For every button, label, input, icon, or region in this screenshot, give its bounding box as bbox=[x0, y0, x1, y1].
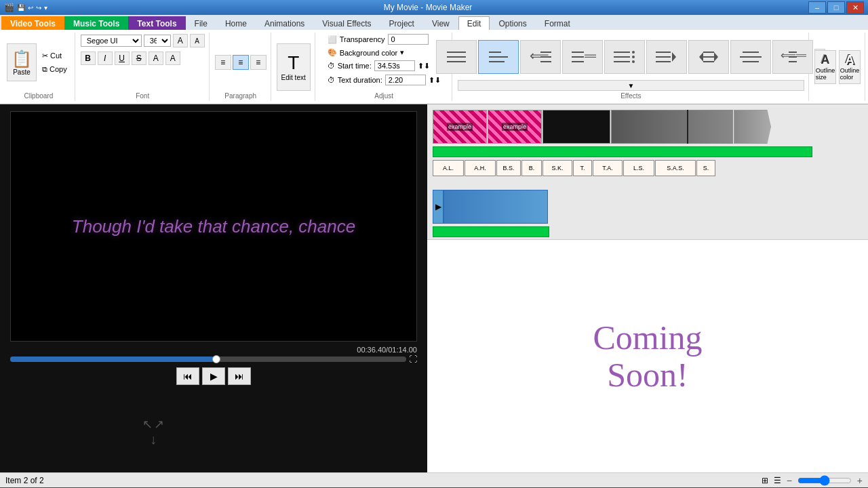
tab-text-tools[interactable]: Text Tools bbox=[128, 16, 185, 30]
sub-clip-3[interactable]: B.S. bbox=[496, 160, 521, 176]
zoom-slider[interactable] bbox=[797, 475, 852, 486]
sub-clip-5[interactable]: S.K. bbox=[542, 160, 572, 176]
arrow-right: ↗ bbox=[154, 417, 164, 432]
video-clip-1[interactable]: example bbox=[433, 110, 487, 144]
outline-color-button[interactable]: A Outline color bbox=[839, 50, 861, 84]
video-preview: Though I'd take that chance, chance 00:3… bbox=[0, 104, 427, 472]
sub-clip-10[interactable]: S. bbox=[696, 160, 715, 176]
tab-options[interactable]: Options bbox=[490, 16, 535, 30]
effect-center[interactable] bbox=[730, 40, 771, 74]
effect-slide-right[interactable]: ⟹ bbox=[562, 40, 603, 74]
fullscreen-button[interactable]: ⛶ bbox=[409, 354, 417, 364]
effect-dots[interactable] bbox=[604, 40, 645, 74]
tab-edit[interactable]: Edit bbox=[458, 16, 490, 30]
align-left-button[interactable]: ≡ bbox=[215, 55, 231, 70]
video-clip-2[interactable]: example bbox=[488, 110, 542, 144]
time-display: 00:36.40/01:14.00 bbox=[10, 346, 417, 354]
transparency-row: ⬜ Transparency bbox=[328, 34, 429, 45]
font-shadow-button[interactable]: A bbox=[165, 52, 180, 65]
mini-audio-track bbox=[433, 226, 863, 237]
font-shrink-button[interactable]: A bbox=[190, 34, 205, 47]
maximize-button[interactable]: □ bbox=[827, 1, 845, 14]
start-time-input[interactable] bbox=[374, 60, 415, 71]
transparency-input[interactable] bbox=[388, 34, 429, 45]
effect-none[interactable] bbox=[436, 40, 477, 74]
underline-button[interactable]: U bbox=[115, 52, 130, 65]
svg-text:⟸: ⟸ bbox=[781, 49, 796, 61]
tab-format[interactable]: Format bbox=[536, 16, 579, 30]
video-clip-4[interactable] bbox=[611, 110, 733, 144]
outline-size-button[interactable]: A Outline size bbox=[814, 50, 836, 84]
zoom-in-button[interactable]: + bbox=[857, 475, 863, 486]
tab-video-tools[interactable]: Video Tools bbox=[1, 16, 64, 30]
edit-text-content: T Edit text bbox=[277, 34, 311, 100]
app-icon: 🎬 bbox=[4, 3, 14, 12]
view-switch-icon[interactable]: ⊞ bbox=[762, 476, 768, 485]
tab-project[interactable]: Project bbox=[380, 16, 423, 30]
view-list-icon[interactable]: ☰ bbox=[774, 476, 781, 485]
sub-clip-7[interactable]: T.A. bbox=[593, 160, 623, 176]
font-size-select[interactable]: 36 bbox=[144, 35, 171, 47]
timeline-bar[interactable] bbox=[10, 357, 406, 362]
align-right-button[interactable]: ≡ bbox=[250, 55, 267, 70]
mini-video-clip[interactable]: ▶ bbox=[433, 190, 548, 224]
tab-animations[interactable]: Animations bbox=[256, 16, 313, 30]
effect-right-arrow[interactable] bbox=[646, 40, 687, 74]
clip-label-1: example bbox=[447, 123, 473, 131]
sub-clip-9[interactable]: S.A.S. bbox=[655, 160, 696, 176]
storyboard-indicator: ↖ ↗ ↓ bbox=[142, 417, 164, 447]
zoom-out-button[interactable]: − bbox=[787, 475, 792, 486]
cut-button[interactable]: ✂ Cut bbox=[39, 49, 71, 62]
play-button[interactable]: ▶ bbox=[202, 367, 225, 385]
effect-slide[interactable]: ⟸ ⟹ bbox=[772, 40, 813, 74]
tab-view[interactable]: View bbox=[423, 16, 458, 30]
svg-marker-23 bbox=[672, 52, 676, 62]
audio-bar-main[interactable] bbox=[433, 146, 812, 157]
quick-access-save[interactable]: 💾 bbox=[17, 4, 25, 12]
text-duration-input[interactable] bbox=[385, 75, 426, 85]
tab-music-tools[interactable]: Music Tools bbox=[64, 16, 128, 30]
video-clip-3[interactable] bbox=[542, 110, 610, 144]
effect-slide-left[interactable]: ⟸ bbox=[520, 40, 561, 74]
sub-clip-4[interactable]: B. bbox=[521, 160, 542, 176]
edit-text-button[interactable]: T Edit text bbox=[277, 43, 311, 91]
start-time-icon: ⏱ bbox=[328, 62, 335, 70]
tab-home[interactable]: Home bbox=[216, 16, 256, 30]
timeline-thumb[interactable] bbox=[212, 355, 220, 363]
sub-clip-2[interactable]: A.H. bbox=[465, 160, 496, 176]
effects-scroll-down[interactable]: ▼ bbox=[458, 80, 804, 91]
font-name-select[interactable]: Segoe UI bbox=[81, 35, 142, 47]
rewind-button[interactable]: ⏮ bbox=[176, 367, 199, 385]
bold-button[interactable]: B bbox=[81, 52, 96, 65]
font-row-2: B I U S A A bbox=[81, 52, 180, 65]
cut-icon: ✂ bbox=[42, 52, 48, 60]
effect-both-arrows[interactable] bbox=[688, 40, 729, 74]
coming-soon-text: ComingSoon! bbox=[593, 319, 702, 394]
mini-audio-bar[interactable] bbox=[433, 226, 549, 237]
tab-visual-effects[interactable]: Visual Effects bbox=[313, 16, 380, 30]
forward-button[interactable]: ⏭ bbox=[228, 367, 251, 385]
effect-left[interactable] bbox=[478, 40, 519, 74]
copy-button[interactable]: ⧉ Copy bbox=[39, 63, 71, 76]
close-button[interactable]: ✕ bbox=[846, 1, 864, 14]
paste-button[interactable]: 📋 Paste bbox=[7, 43, 37, 81]
ribbon: 📋 Paste ✂ Cut ⧉ Copy Clipboard bbox=[0, 30, 868, 104]
sub-clip-8[interactable]: L.S. bbox=[623, 160, 654, 176]
effects-content: ⟸ ⟹ bbox=[436, 34, 825, 80]
font-grow-button[interactable]: A bbox=[173, 34, 188, 47]
minimize-button[interactable]: – bbox=[808, 1, 826, 14]
quick-access-redo[interactable]: ↪ bbox=[36, 4, 41, 12]
ribbon-tab-bar: Video Tools Music Tools Text Tools File … bbox=[0, 15, 868, 30]
sub-clip-6[interactable]: T. bbox=[573, 160, 592, 176]
start-time-spinner[interactable]: ⬆⬇ bbox=[418, 62, 430, 70]
quick-access-undo[interactable]: ↩ bbox=[28, 4, 33, 12]
italic-button[interactable]: I bbox=[98, 52, 113, 65]
align-center-button[interactable]: ≡ bbox=[233, 55, 249, 70]
strikethrough-button[interactable]: S bbox=[132, 52, 146, 65]
sub-clip-1[interactable]: A.L. bbox=[433, 160, 464, 176]
font-color-button[interactable]: A bbox=[149, 52, 163, 65]
video-clip-5[interactable] bbox=[734, 110, 771, 144]
clipboard-group: 📋 Paste ✂ Cut ⧉ Copy Clipboard bbox=[3, 33, 75, 101]
status-bar: Item 2 of 2 ⊞ ☰ − + bbox=[0, 472, 868, 487]
tab-file[interactable]: File bbox=[186, 16, 216, 30]
